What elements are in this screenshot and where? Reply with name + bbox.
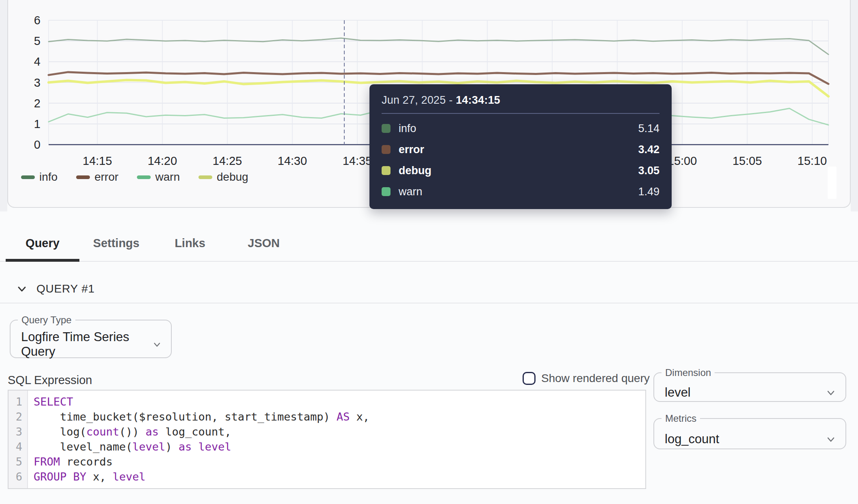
tab-links[interactable]: Links (153, 225, 227, 261)
tooltip-series-label: error (399, 143, 424, 156)
series-swatch-icon (382, 124, 391, 133)
x-axis-tick: 15:00 (668, 154, 697, 167)
tooltip-row-info: info5.14 (382, 118, 660, 139)
tooltip-series-value: 3.05 (638, 164, 660, 177)
y-axis-tick: 0 (34, 138, 41, 151)
code-line: 5FROM records (9, 454, 645, 469)
x-axis-tick: 14:15 (83, 154, 112, 167)
dimension-value: level (665, 385, 691, 400)
legend-item-warn[interactable]: warn (137, 171, 180, 184)
show-rendered-query-toggle[interactable]: Show rendered query (523, 372, 650, 385)
tooltip-series-label: debug (399, 164, 431, 177)
tooltip-timestamp: Jun 27, 2025 - 14:34:15 (382, 94, 660, 107)
tab-json[interactable]: JSON (227, 225, 301, 261)
chevron-down-icon (825, 434, 837, 445)
query-type-select[interactable]: Query Type Logfire Time Series Query (10, 314, 172, 358)
code-line: 2 time_bucket($resolution, start_timesta… (9, 409, 645, 424)
legend-item-error[interactable]: error (76, 171, 118, 184)
chart-legend: infoerrorwarndebug (21, 171, 248, 184)
metrics-label: Metrics (662, 413, 700, 424)
legend-label: warn (155, 171, 180, 184)
tooltip-series-label: warn (399, 186, 423, 198)
chevron-down-icon (825, 387, 837, 398)
legend-swatch-icon (76, 175, 90, 179)
legend-label: info (39, 171, 58, 184)
scrollbar-thumb[interactable] (828, 167, 837, 199)
tab-bar: Query Settings Links JSON (0, 225, 858, 262)
code-line: 4 level_name(level) as level (9, 439, 645, 454)
y-axis-tick: 5 (34, 34, 41, 47)
legend-item-debug[interactable]: debug (198, 171, 248, 184)
code-text: FROM records (27, 455, 113, 468)
code-text: level_name(level) as level (27, 440, 231, 453)
code-line: 6GROUP BY x, level (9, 469, 645, 484)
legend-swatch-icon (137, 175, 151, 179)
query-type-label: Query Type (18, 314, 75, 326)
y-axis-tick: 4 (34, 55, 41, 68)
series-swatch-icon (382, 187, 391, 196)
x-axis-tick: 14:30 (277, 154, 307, 167)
code-line: 3 log(count()) as log_count, (9, 424, 645, 439)
y-axis-tick: 6 (34, 14, 41, 27)
series-swatch-icon (382, 166, 391, 175)
code-line: 1SELECT (9, 394, 645, 409)
line-number: 5 (9, 455, 27, 468)
chevron-down-icon[interactable] (16, 283, 28, 295)
code-text: log(count()) as log_count, (27, 425, 231, 438)
tooltip-row-debug: debug3.05 (382, 160, 660, 181)
series-swatch-icon (382, 145, 391, 154)
x-axis-tick: 15:05 (732, 154, 762, 167)
show-rendered-query-checkbox[interactable] (523, 372, 536, 385)
legend-label: error (94, 171, 118, 184)
tooltip-series-value: 1.49 (638, 186, 660, 198)
tooltip-row-warn: warn1.49 (382, 181, 660, 202)
code-text: GROUP BY x, level (27, 470, 145, 483)
chevron-down-icon (152, 339, 162, 350)
line-number: 1 (9, 395, 27, 408)
legend-swatch-icon (198, 175, 212, 179)
x-axis-tick: 14:20 (147, 154, 177, 167)
legend-label: debug (217, 171, 248, 184)
sql-editor[interactable]: 1SELECT2 time_bucket($resolution, start_… (8, 390, 646, 489)
tab-settings[interactable]: Settings (79, 225, 153, 261)
tooltip-divider (382, 113, 660, 114)
code-text: SELECT (27, 395, 73, 408)
line-number: 2 (9, 410, 27, 423)
legend-swatch-icon (21, 175, 35, 179)
legend-item-info[interactable]: info (21, 171, 58, 184)
query-section-title: QUERY #1 (36, 282, 95, 295)
x-axis-tick: 15:10 (798, 154, 827, 167)
tooltip-series-value: 3.42 (638, 143, 660, 156)
code-text: time_bucket($resolution, start_timestamp… (27, 410, 369, 423)
dimension-select[interactable]: Dimension level (653, 367, 846, 402)
sql-expression-label: SQL Expression (8, 374, 92, 387)
x-axis-tick: 14:25 (213, 154, 242, 167)
metrics-select[interactable]: Metrics log_count (653, 413, 846, 449)
line-number: 6 (9, 470, 27, 483)
tab-query[interactable]: Query (6, 225, 79, 261)
x-axis-tick: 14:35 (343, 154, 372, 167)
query-section-header[interactable]: QUERY #1 (16, 280, 95, 298)
line-number: 3 (9, 425, 27, 438)
tooltip-series-value: 5.14 (638, 122, 660, 135)
y-axis-tick: 2 (34, 97, 41, 110)
y-axis-tick: 1 (34, 117, 41, 130)
query-type-value: Logfire Time Series Query (21, 330, 152, 359)
y-axis-tick: 3 (34, 76, 41, 89)
series-info (49, 38, 828, 54)
tooltip-series-label: info (399, 122, 416, 135)
line-number: 4 (9, 440, 27, 453)
section-divider (0, 303, 858, 303)
dimension-label: Dimension (662, 367, 715, 378)
show-rendered-query-label: Show rendered query (541, 372, 650, 385)
chart-tooltip: Jun 27, 2025 - 14:34:15 info5.14error3.4… (369, 84, 672, 209)
tooltip-row-error: error3.42 (382, 139, 660, 160)
metrics-value: log_count (665, 432, 719, 446)
